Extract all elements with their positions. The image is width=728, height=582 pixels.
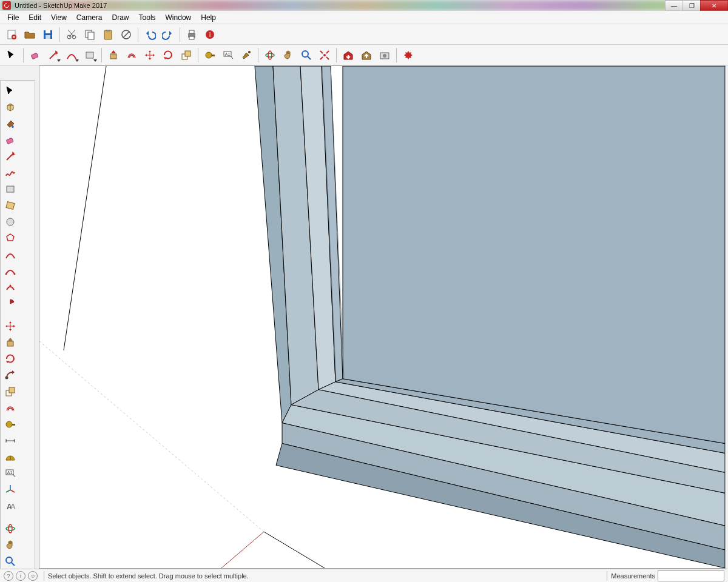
scale-tool[interactable] [178, 47, 195, 64]
model-viewport[interactable] [39, 65, 726, 569]
text-tool[interactable]: A1 [2, 466, 18, 481]
select-tool[interactable] [2, 83, 18, 98]
three-point-arc[interactable] [2, 279, 18, 295]
pie-tool[interactable] [2, 296, 18, 311]
freehand-tool[interactable] [2, 165, 18, 180]
three-point-arc-icon [4, 281, 16, 293]
geolocation-icon[interactable]: i [16, 571, 25, 581]
help-icon[interactable]: ? [4, 571, 13, 581]
extension-warehouse[interactable] [376, 47, 393, 64]
text-tool[interactable]: A1 [220, 47, 237, 64]
extension-manager[interactable] [400, 47, 417, 64]
paste[interactable] [99, 26, 116, 43]
tape-tool[interactable] [2, 416, 18, 432]
make-component-icon [4, 101, 16, 113]
print[interactable] [183, 26, 200, 43]
circle-tool[interactable] [2, 214, 18, 229]
undo[interactable] [141, 26, 158, 43]
close-button[interactable]: ✕ [700, 0, 728, 11]
eraser-tool[interactable] [2, 132, 18, 147]
polygon-tool[interactable] [2, 230, 18, 246]
menu-tools[interactable]: Tools [134, 12, 161, 24]
rotate-tool[interactable] [2, 351, 18, 366]
menu-file[interactable]: File [2, 12, 24, 24]
orbit-tool[interactable] [2, 521, 18, 536]
redo[interactable] [160, 26, 177, 43]
erase[interactable] [118, 26, 135, 43]
arc-tool[interactable] [63, 47, 80, 64]
zoom-extents-tool[interactable] [316, 47, 333, 64]
svg-point-34 [302, 51, 308, 57]
axes-tool[interactable] [2, 482, 18, 497]
zoom-tool[interactable] [298, 47, 315, 64]
open-model[interactable] [21, 26, 38, 43]
credits-icon[interactable]: ☺ [28, 571, 38, 581]
warehouse-get[interactable] [340, 47, 357, 64]
save-model[interactable] [39, 26, 56, 43]
shape-tool-icon [84, 49, 96, 61]
menu-view[interactable]: View [46, 12, 72, 24]
svg-text:i: i [209, 32, 211, 38]
minimize-button[interactable]: — [665, 0, 683, 11]
pan-tool-icon [282, 49, 294, 61]
tape-tool-icon [204, 49, 216, 61]
tape-tool[interactable] [201, 47, 218, 64]
offset-tool[interactable] [2, 400, 18, 415]
svg-point-45 [7, 218, 14, 226]
protractor-tool[interactable] [2, 449, 18, 464]
pan-tool[interactable] [280, 47, 297, 64]
move-tool[interactable] [2, 318, 18, 333]
svg-point-52 [5, 376, 8, 379]
scale-tool[interactable] [2, 384, 18, 399]
cut[interactable] [63, 26, 80, 43]
svg-line-61 [13, 474, 15, 477]
extension-warehouse-icon [379, 49, 391, 61]
menu-help[interactable]: Help [196, 12, 221, 24]
arc-tool[interactable] [2, 247, 18, 262]
model-info[interactable]: i [201, 26, 218, 43]
paint-tool[interactable] [238, 47, 255, 64]
copy[interactable] [81, 26, 98, 43]
large-toolset[interactable]: A1AA [0, 80, 35, 582]
menu-window[interactable]: Window [161, 12, 197, 24]
two-point-arc[interactable] [2, 263, 18, 278]
svg-rect-14 [189, 30, 194, 33]
app-icon [2, 1, 11, 10]
select-tool[interactable] [3, 47, 20, 64]
warehouse-share[interactable] [358, 47, 375, 64]
make-component[interactable] [2, 99, 18, 115]
rectangle-tool[interactable] [2, 181, 18, 196]
new-model[interactable] [3, 26, 20, 43]
followme-tool[interactable] [2, 367, 18, 383]
paint-bucket[interactable] [2, 116, 18, 131]
menu-draw[interactable]: Draw [107, 12, 134, 24]
line-tool[interactable] [2, 149, 18, 164]
svg-rect-44 [5, 201, 14, 209]
move-tool[interactable] [141, 47, 158, 64]
zoom-tool[interactable] [2, 554, 18, 569]
warehouse-share-icon [360, 49, 372, 61]
measurements-input[interactable] [658, 570, 724, 581]
toolbar-separator [336, 48, 337, 62]
orbit-tool[interactable] [261, 47, 278, 64]
eraser-tool[interactable] [27, 47, 44, 64]
pushpull-tool[interactable] [105, 47, 122, 64]
warehouse-get-icon [342, 49, 354, 61]
offset-tool[interactable] [123, 47, 140, 64]
rotated-rect-tool[interactable] [2, 198, 18, 213]
dimension-tool[interactable] [2, 433, 18, 448]
pushpull-tool[interactable] [2, 335, 18, 350]
3dtext-tool[interactable]: AA [2, 498, 18, 513]
rotated-rect-tool-icon [4, 199, 16, 212]
svg-rect-43 [7, 186, 14, 192]
maximize-button[interactable]: ❐ [682, 0, 701, 11]
shape-tool[interactable] [81, 47, 98, 64]
svg-rect-51 [7, 341, 13, 346]
menu-camera[interactable]: Camera [72, 12, 107, 24]
move-tool-icon [4, 320, 16, 332]
pan-tool[interactable] [2, 537, 18, 552]
line-tool[interactable] [45, 47, 62, 64]
menu-edit[interactable]: Edit [24, 12, 46, 24]
model-info-icon: i [204, 28, 216, 41]
rotate-tool[interactable] [160, 47, 177, 64]
